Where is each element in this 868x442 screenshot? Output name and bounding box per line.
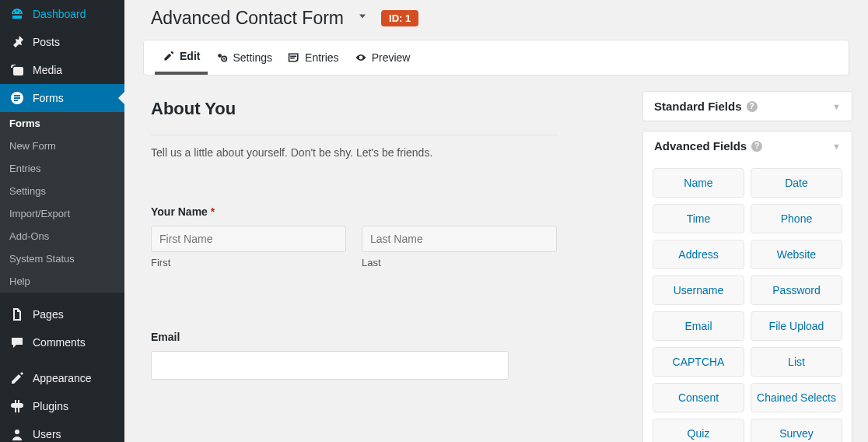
first-name-sublabel: First [151,257,346,268]
field-btn-website[interactable]: Website [751,240,842,269]
sidebar-label: Posts [33,36,60,48]
section-description: Tell us a little about yourself. Don't b… [151,146,557,159]
email-field-label: Email [151,331,557,343]
tab-bar: Edit Settings Entries Preview [143,40,849,75]
name-field-label: Your Name * [151,205,557,218]
tab-settings[interactable]: Settings [208,40,280,75]
tab-edit[interactable]: Edit [155,40,208,75]
sidebar-item-comments[interactable]: Comments [0,328,124,356]
sidebar-label: Users [33,428,61,440]
first-name-input[interactable] [151,226,346,252]
advanced-fields-panel: Advanced Fields ? ▼ Name Date Time Phone… [642,131,852,442]
sidebar-item-users[interactable]: Users [0,420,124,442]
dashboard-icon [9,6,25,22]
field-btn-survey[interactable]: Survey [751,419,842,442]
main-area: Advanced Contact Form ID: 1 Edit Setting… [124,0,868,442]
field-btn-name[interactable]: Name [653,168,744,198]
submenu-add-ons[interactable]: Add-Ons [0,225,124,247]
field-btn-password[interactable]: Password [751,275,842,305]
sidebar-label: Plugins [33,400,68,412]
sidebar-item-plugins[interactable]: Plugins [0,392,124,420]
admin-sidebar: Dashboard Posts Media Forms Forms New Fo… [0,0,124,442]
field-btn-list[interactable]: List [751,347,842,377]
svg-rect-3 [14,100,18,101]
help-icon[interactable]: ? [747,101,758,112]
preview-icon [355,51,367,64]
submenu-system-status[interactable]: System Status [0,247,124,270]
form-canvas: About You Tell us a little about yoursel… [124,75,642,442]
panel-title: Advanced Fields [654,139,747,153]
standard-fields-toggle[interactable]: Standard Fields ? ▼ [643,92,852,121]
advanced-fields-grid: Name Date Time Phone Address Website Use… [643,160,852,442]
advanced-fields-toggle[interactable]: Advanced Fields ? ▼ [643,132,852,160]
svg-rect-1 [14,95,20,96]
svg-point-5 [219,54,222,58]
sidebar-label: Forms [33,92,64,104]
sidebar-item-dashboard[interactable]: Dashboard [0,0,124,28]
sidebar-label: Dashboard [33,8,86,20]
tab-label: Preview [372,51,411,64]
field-btn-date[interactable]: Date [751,168,842,198]
submenu-new-form[interactable]: New Form [0,135,124,157]
last-name-input[interactable] [362,226,557,252]
media-icon [9,62,25,78]
field-btn-consent[interactable]: Consent [653,383,744,412]
pin-icon [9,34,25,50]
svg-rect-2 [14,97,20,99]
field-btn-file-upload[interactable]: File Upload [751,311,842,341]
sidebar-item-appearance[interactable]: Appearance [0,364,124,392]
form-title: Advanced Contact Form [151,8,344,29]
sidebar-item-media[interactable]: Media [0,56,124,84]
chevron-down-icon: ▼ [832,142,841,151]
tab-label: Entries [305,51,339,64]
plugins-icon [9,398,25,414]
sidebar-label: Appearance [33,372,92,384]
field-btn-chained-selects[interactable]: Chained Selects [751,383,842,412]
form-switcher[interactable] [356,10,369,26]
sidebar-label: Pages [33,308,64,321]
submenu-forms[interactable]: Forms [0,112,124,135]
field-btn-username[interactable]: Username [653,275,744,305]
sidebar-item-posts[interactable]: Posts [0,28,124,56]
field-btn-address[interactable]: Address [653,240,744,269]
section-divider [151,135,557,135]
submenu-entries[interactable]: Entries [0,157,124,180]
fields-panel: Standard Fields ? ▼ Advanced Fields ? ▼ [642,75,868,442]
pages-icon [9,307,25,322]
appearance-icon [9,370,25,386]
settings-icon [215,51,228,64]
entries-icon [288,51,300,64]
sidebar-label: Comments [33,336,86,349]
page-header: Advanced Contact Form ID: 1 [124,0,868,37]
standard-fields-panel: Standard Fields ? ▼ [642,91,852,121]
chevron-down-icon: ▼ [832,102,841,111]
field-btn-captcha[interactable]: CAPTCHA [653,347,744,377]
submenu-settings[interactable]: Settings [0,180,124,202]
required-asterisk: * [211,205,215,218]
svg-point-7 [223,58,225,59]
tab-preview[interactable]: Preview [347,40,418,75]
label-text: Your Name [151,205,208,218]
submenu-help[interactable]: Help [0,270,124,293]
section-title: About You [151,99,557,119]
tab-entries[interactable]: Entries [280,40,347,75]
svg-point-4 [15,430,19,434]
submenu-import-export[interactable]: Import/Export [0,202,124,225]
sidebar-item-pages[interactable]: Pages [0,300,124,328]
field-btn-email[interactable]: Email [653,311,744,341]
field-btn-phone[interactable]: Phone [751,204,842,233]
sidebar-item-forms[interactable]: Forms [0,84,124,112]
panel-title: Standard Fields [654,100,742,113]
sidebar-label: Media [33,64,62,76]
email-input[interactable] [151,351,509,380]
users-icon [9,426,25,442]
sidebar-submenu-forms: Forms New Form Entries Settings Import/E… [0,112,124,293]
tab-label: Settings [233,51,272,64]
form-id-badge: ID: 1 [381,10,418,26]
field-btn-quiz[interactable]: Quiz [653,419,744,442]
help-icon[interactable]: ? [751,141,762,152]
forms-icon [9,90,25,106]
edit-icon [163,50,175,62]
tab-label: Edit [180,50,200,62]
field-btn-time[interactable]: Time [653,204,744,233]
